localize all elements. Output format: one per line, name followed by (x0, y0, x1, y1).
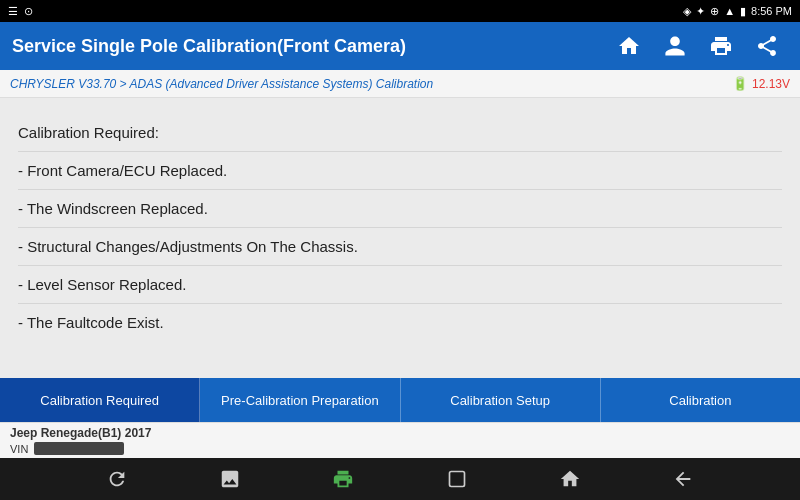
svg-rect-0 (449, 472, 464, 487)
menu-icon: ☰ (8, 5, 18, 18)
battery-icon: ▮ (740, 5, 746, 18)
breadcrumb-bar: CHRYSLER V33.70 > ADAS (Advanced Driver … (0, 70, 800, 98)
user-button[interactable] (654, 26, 696, 66)
breadcrumb: CHRYSLER V33.70 > ADAS (Advanced Driver … (10, 77, 433, 91)
content-item-4: - Level Sensor Replaced. (18, 266, 782, 304)
image-button[interactable] (210, 461, 250, 497)
main-content: Calibration Required: - Front Camera/ECU… (0, 98, 800, 378)
back-button[interactable] (663, 461, 703, 497)
content-heading: Calibration Required: (18, 114, 782, 152)
tab-calibration-required[interactable]: Calibration Required (0, 378, 200, 422)
footer-info: Jeep Renegade(B1) 2017 VIN (0, 422, 800, 458)
wifi-icon: ⊕ (710, 5, 719, 18)
status-left-icons: ☰ ⊙ (8, 5, 33, 18)
location-icon: ◈ (683, 5, 691, 18)
content-item-5: - The Faultcode Exist. (18, 304, 782, 341)
home-button[interactable] (608, 26, 650, 66)
vehicle-name: Jeep Renegade(B1) 2017 (10, 426, 151, 440)
signal-icon: ⊙ (24, 5, 33, 18)
tab-calibration[interactable]: Calibration (601, 378, 800, 422)
status-right-icons: ◈ ✦ ⊕ ▲ ▮ 8:56 PM (683, 5, 792, 18)
time-display: 8:56 PM (751, 5, 792, 17)
bottom-nav (0, 458, 800, 500)
content-item-1: - Front Camera/ECU Replaced. (18, 152, 782, 190)
vin-value (34, 442, 124, 455)
print-button[interactable] (700, 26, 742, 66)
status-bar: ☰ ⊙ ◈ ✦ ⊕ ▲ ▮ 8:56 PM (0, 0, 800, 22)
vin-label: VIN (10, 443, 28, 455)
tab-calibration-setup[interactable]: Calibration Setup (401, 378, 601, 422)
export-button[interactable] (746, 26, 788, 66)
content-item-2: - The Windscreen Replaced. (18, 190, 782, 228)
header: Service Single Pole Calibration(Front Ca… (0, 22, 800, 70)
home-nav-button[interactable] (550, 461, 590, 497)
signal-strength-icon: ▲ (724, 5, 735, 17)
tab-bar: Calibration Required Pre-Calibration Pre… (0, 378, 800, 422)
square-button[interactable] (437, 461, 477, 497)
bluetooth-icon: ✦ (696, 5, 705, 18)
refresh-button[interactable] (97, 461, 137, 497)
header-icons (608, 26, 788, 66)
voltage-display: 🔋 12.13V (732, 76, 790, 91)
printer-nav-button[interactable] (323, 461, 363, 497)
content-item-3: - Structural Changes/Adjustments On The … (18, 228, 782, 266)
tab-pre-calibration[interactable]: Pre-Calibration Preparation (200, 378, 400, 422)
battery-warning-icon: 🔋 (732, 76, 748, 91)
vin-row: VIN (10, 442, 151, 455)
page-title: Service Single Pole Calibration(Front Ca… (12, 36, 406, 57)
